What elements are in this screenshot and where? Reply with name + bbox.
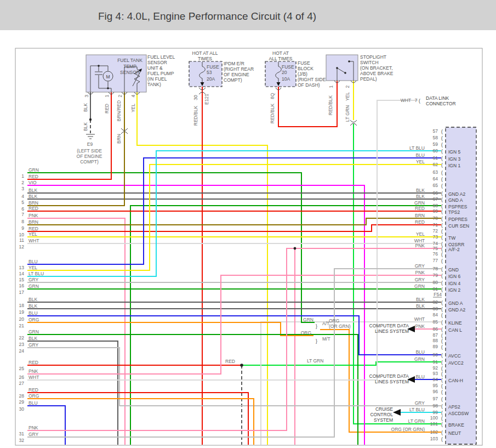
ecm-pin-103-arc-icon: ( (441, 436, 443, 442)
svg-text:TANK): TANK) (147, 82, 161, 87)
ecm-pin-87-number: 87 (433, 332, 438, 338)
svg-text:20A: 20A (207, 76, 215, 82)
left-row-18-number: 18 (19, 303, 25, 308)
left-row-13-number: 13 (19, 265, 25, 270)
ecm-pin-68-number: 68 (433, 203, 438, 208)
ecm-pin-78-arc-icon: ( (441, 266, 443, 272)
left-row-20-label: BLU (28, 310, 38, 316)
left-row-28-number: 28 (19, 393, 25, 399)
ecm-pin-64-arc-icon: ( (441, 177, 443, 182)
ecm-pin-61-arc-icon: ( (441, 156, 443, 161)
svg-text:M: M (106, 74, 110, 80)
ecm-pin-88-number: 88 (433, 338, 438, 343)
ecm-pin-66-wire-label: BLK (416, 188, 425, 193)
ecm-pin-75-name: A/F-2 (448, 247, 460, 252)
left-row-22-number: 22 (19, 335, 25, 341)
svg-text:CONNECTOR: CONNECTOR (426, 101, 456, 106)
svg-text:FUSE: FUSE (282, 64, 294, 70)
ground-id: E9 (87, 141, 93, 147)
left-row-9-number: 9 (21, 225, 24, 231)
lt-grn-label: LT GRN (307, 358, 323, 364)
ecm-pin-69-number: 69 (433, 208, 438, 214)
ecm-pin-98-wire-label: GRY (415, 400, 425, 406)
svg-text:FUEL PUMP: FUEL PUMP (147, 71, 174, 76)
ecm-pin-94-wire-label: BLU (415, 374, 425, 379)
ecm-pin-96-number: 96 (433, 389, 438, 394)
merge-org-label: ORG (301, 330, 311, 336)
svg-text:FUSE: FUSE (298, 60, 310, 66)
left-row-10-label: RED (28, 226, 38, 231)
ecm-pin-89-arc-icon: ( (441, 344, 443, 350)
ecm-pin-91-wire-label: GRN (414, 356, 425, 362)
left-row-27-number: 27 (19, 381, 25, 386)
svg-text:DATA LINK: DATA LINK (426, 95, 449, 101)
ecm-pin-75-number: 75 (433, 246, 438, 251)
ecm-pin-80-number: 80 (433, 280, 438, 285)
wire-label-yel: YEL (345, 92, 350, 101)
ecm-pin-79-arc-icon: ( (441, 273, 443, 279)
ecm-pin-63-arc-icon: ( (441, 170, 443, 175)
wiring-diagram: Fig 4: 4.0L, Engine Performance Circuit … (0, 0, 496, 448)
ecm-pin-93-arc-icon: ( (441, 371, 443, 377)
left-row-21-number: 21 (19, 323, 25, 328)
ecm-pin-68-wire-label: GRN (414, 200, 425, 206)
ecm-pin-102-name: NEUT (448, 430, 461, 436)
ecm-pin-78-wire-label: GRY (415, 263, 425, 269)
svg-text:SENSOR: SENSOR (147, 60, 167, 65)
svg-text:10A: 10A (282, 76, 290, 82)
ecm-pin-100-number: 100 (430, 415, 438, 421)
ecm-pin-97-number: 97 (433, 396, 438, 401)
left-row-26-label: PNK (28, 368, 38, 374)
ecm-pin-81-wire-label: GRN (414, 283, 425, 289)
left-row-31-label: PNK (28, 425, 38, 430)
ecm-pin-75-wire-label: PNK (415, 243, 425, 248)
ecm-pin-68-arc-icon: ( (441, 203, 443, 209)
left-row-8-label: PNK (28, 213, 38, 218)
left-row-18-label: BLK (28, 297, 37, 302)
ecm-pin-83-number: 83 (433, 306, 438, 311)
left-row-10-number: 10 (19, 232, 25, 237)
left-row-6-number: 6 (21, 206, 24, 212)
ecm-pin-83-name: GND A2 (448, 307, 465, 313)
pin-4: 4 (130, 94, 136, 97)
ecm-pin-73-wire-label: YEL (416, 231, 425, 237)
ecm-pin-92-number: 92 (433, 365, 438, 371)
ecm-pin-73-arc-icon: ( (441, 235, 443, 240)
left-row-15-label: LT BLU (28, 271, 44, 276)
ecm-pin-61-wire-label: BLU (415, 152, 425, 158)
ecm-pin-86-arc-icon: ( (441, 327, 443, 332)
ecm-pin-71-name: CUR SEN (448, 223, 469, 229)
ecm-pin-65-arc-icon: ( (441, 183, 443, 189)
ecm-pin-90-arc-icon: ( (441, 353, 443, 358)
svg-text:OF ENGINE: OF ENGINE (77, 154, 102, 159)
ecm-pin-101-arc-icon: ( (441, 422, 443, 427)
ecm-pin-69-name: TPS2 (448, 209, 460, 215)
svg-text:COMPT): COMPT) (224, 77, 242, 83)
ecm-pin-86-name: CAN L (448, 327, 462, 333)
wire-label-brnred: BRN/RED (116, 100, 122, 121)
left-row-5-label: BLK (28, 194, 37, 199)
svg-text:TIMES: TIMES (198, 56, 212, 61)
dlc-pin-arc-icon: ( (419, 98, 420, 104)
ecm-pin-62-wire-label: YEL (416, 159, 425, 165)
ecm-pin-99-arc-icon: ( (441, 410, 443, 416)
left-row-3-label: VIO (28, 180, 37, 185)
ecm-pin-85-number: 85 (433, 319, 438, 325)
ecm-pin-94-number: 94 (433, 377, 438, 382)
ecm-pin-103-number: 103 (430, 436, 438, 441)
left-row-8-number: 8 (21, 219, 24, 224)
svg-text:SYSTEM: SYSTEM (374, 417, 393, 423)
ecm-pin-70-name: PDPRES (448, 217, 468, 222)
ecm-pin-94-arc-icon: ( (441, 377, 443, 383)
wire-label-redblk: RED/BLK (270, 103, 275, 123)
left-row-7-number: 7 (21, 212, 24, 217)
dlc-wire-label: WHT (401, 98, 411, 103)
svg-text:(ON BRACKET,: (ON BRACKET, (360, 65, 393, 71)
connector-f54: F54 (434, 292, 442, 297)
svg-text:UNIT &: UNIT & (147, 65, 163, 71)
svg-text:ALL TIMES: ALL TIMES (269, 56, 293, 61)
ecm-pin-98-number: 98 (433, 403, 438, 409)
left-row-13-label: BLU (28, 259, 38, 264)
pin-2: 2 (117, 94, 123, 97)
ecm-pin-75-arc-icon: ( (441, 246, 443, 252)
